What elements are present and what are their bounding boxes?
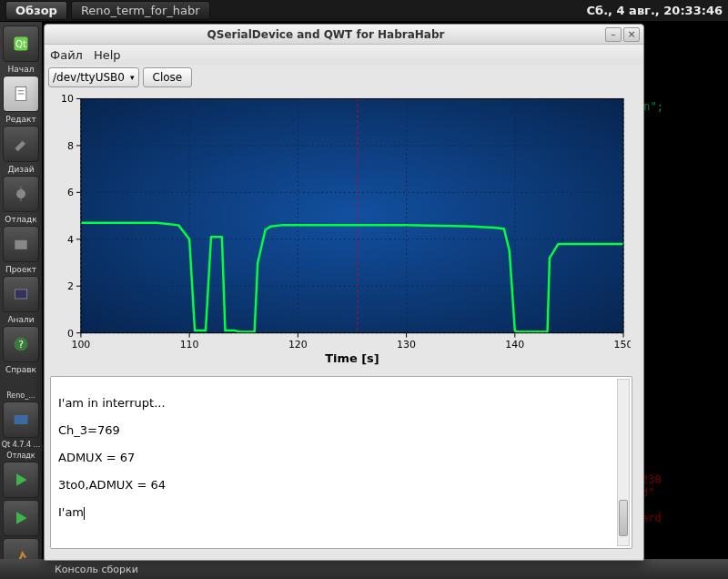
- close-icon[interactable]: ×: [623, 27, 640, 42]
- svg-text:140: 140: [505, 339, 524, 350]
- launcher-run[interactable]: [3, 462, 39, 498]
- close-button[interactable]: Close: [143, 67, 193, 87]
- svg-text:110: 110: [180, 339, 199, 350]
- launcher-label: Анали: [7, 315, 34, 324]
- launcher-kit-label: Qt 4.7.4 ...: [2, 441, 41, 449]
- plot-svg: 1001101201301401500246810Time [s]: [50, 92, 631, 367]
- chevron-down-icon: ▾: [130, 73, 135, 82]
- svg-text:8: 8: [67, 140, 74, 152]
- bg-statusbar: Консоль сборки: [0, 559, 728, 579]
- launcher-help[interactable]: ?: [3, 326, 39, 362]
- svg-rect-8: [15, 240, 26, 249]
- launcher-projects[interactable]: [3, 226, 39, 262]
- svg-text:130: 130: [397, 339, 416, 350]
- launcher-design[interactable]: [3, 126, 39, 162]
- launcher-task-mini[interactable]: Reno_...: [6, 391, 35, 400]
- scrollbar-thumb[interactable]: [619, 500, 628, 536]
- port-combo-value: /dev/ttyUSB0: [53, 71, 125, 84]
- svg-rect-12: [15, 415, 28, 424]
- desktop-taskbar: Обзор Reno_term_for_habr Сб., 4 авг., 20…: [0, 0, 728, 22]
- svg-text:?: ?: [18, 339, 24, 350]
- launcher-label: Проект: [5, 265, 36, 274]
- launcher-debug[interactable]: [3, 176, 39, 212]
- bg-code-snippet2: _curve0->dat: [637, 313, 716, 326]
- launcher-kit-label2: Отладк: [6, 452, 35, 460]
- plot-area: 1001101201301401500246810Time [s]: [45, 90, 643, 369]
- menu-file[interactable]: Файл: [50, 48, 83, 62]
- task-active[interactable]: Обзор: [5, 1, 67, 20]
- svg-rect-14: [81, 98, 623, 332]
- serial-output[interactable]: I'am in interrupt... Ch_3=769 ADMUX = 67…: [50, 376, 632, 549]
- svg-text:100: 100: [71, 339, 90, 350]
- launcher-kit[interactable]: [3, 401, 39, 438]
- task-item[interactable]: Reno_term_for_habr: [71, 1, 210, 20]
- svg-text:10: 10: [61, 93, 74, 105]
- svg-text:0: 0: [67, 328, 74, 340]
- svg-text:6: 6: [67, 187, 74, 198]
- launcher-label: Справк: [5, 365, 36, 374]
- minimize-button[interactable]: –: [605, 27, 622, 42]
- launcher-edit[interactable]: [3, 76, 39, 112]
- launcher-welcome[interactable]: Qt: [3, 25, 39, 62]
- serial-output-text: I'am in interrupt... Ch_3=769 ADMUX = 67…: [58, 396, 166, 519]
- svg-point-5: [16, 189, 25, 198]
- dialog-titlebar[interactable]: QSerialDevice and QWT for HabraHabr – ×: [45, 25, 643, 45]
- serial-dialog: QSerialDevice and QWT for HabraHabr – × …: [44, 24, 644, 561]
- launcher-label: Дизай: [7, 165, 34, 174]
- clock: Сб., 4 авг., 20:33:46: [587, 4, 723, 17]
- launcher-run-debug[interactable]: [3, 500, 39, 536]
- port-combo[interactable]: /dev/ttyUSB0 ▾: [48, 67, 139, 87]
- svg-rect-9: [15, 290, 26, 299]
- launcher-label: Отладк: [5, 215, 36, 224]
- svg-text:2: 2: [67, 280, 74, 292]
- svg-text:Time [s]: Time [s]: [325, 351, 379, 365]
- text-cursor: [84, 507, 85, 520]
- dialog-toolbar: /dev/ttyUSB0 ▾ Close: [45, 65, 643, 90]
- launcher-label: Редакт: [5, 115, 35, 124]
- menu-help[interactable]: Help: [94, 48, 121, 62]
- left-launcher: Qt Начал Редакт Дизай Отладк Проект Анал…: [0, 22, 42, 579]
- output-scrollbar[interactable]: [617, 379, 630, 546]
- svg-text:Qt: Qt: [15, 39, 26, 49]
- svg-text:120: 120: [288, 339, 308, 350]
- svg-text:150: 150: [614, 339, 631, 350]
- svg-text:4: 4: [67, 234, 74, 246]
- launcher-label: Начал: [8, 65, 35, 74]
- dialog-menubar: Файл Help: [45, 45, 643, 65]
- launcher-analyze[interactable]: [3, 276, 39, 312]
- dialog-title: QSerialDevice and QWT for HabraHabr: [48, 28, 603, 41]
